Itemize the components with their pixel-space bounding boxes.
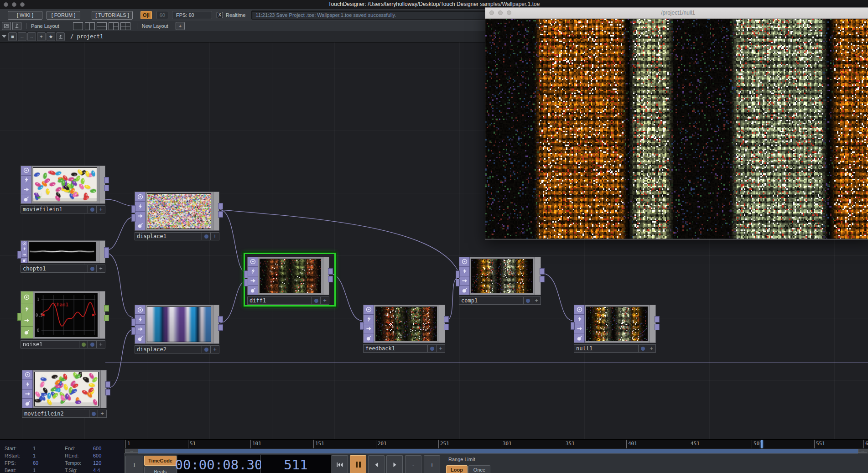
beat-value[interactable]: 1 — [33, 467, 65, 473]
node-name-label[interactable]: displace1+ — [135, 232, 219, 240]
node-display-dot[interactable] — [638, 345, 647, 352]
output-connector-1[interactable] — [540, 268, 545, 275]
forum-button[interactable]: [ FORUM ] — [47, 11, 80, 20]
stop-button[interactable]: ■ — [8, 32, 17, 41]
viewer-titlebar[interactable]: /project1/null1 — [485, 8, 868, 19]
output-connector-2[interactable] — [104, 185, 109, 191]
output-connector-2[interactable] — [444, 324, 449, 330]
lock-flag-icon[interactable] — [364, 333, 374, 343]
node-body[interactable] — [22, 370, 107, 408]
output-connector-2[interactable] — [655, 324, 660, 330]
node-name-label[interactable]: diff1+ — [247, 296, 329, 305]
lock-flag-icon[interactable] — [21, 327, 33, 338]
bypass-flag-icon[interactable] — [21, 185, 31, 195]
lock-flag-icon[interactable] — [21, 194, 31, 203]
lock-flag-icon[interactable] — [459, 286, 469, 295]
viewer-flag-icon[interactable] — [22, 370, 32, 380]
output-connector-1[interactable] — [218, 203, 223, 209]
output-connector-1[interactable] — [328, 268, 333, 275]
node-body[interactable] — [21, 166, 105, 204]
cook-flag-icon[interactable] — [21, 303, 33, 315]
timeline-ruler[interactable]: 15110115120125130135140145150155160 — [124, 440, 868, 449]
wire[interactable] — [220, 210, 246, 273]
wire[interactable] — [105, 217, 133, 250]
node-expand-button[interactable]: + — [436, 345, 445, 352]
output-connector-2[interactable] — [218, 324, 223, 331]
pause-button[interactable] — [350, 455, 366, 473]
new-layout-add-button[interactable]: + — [176, 22, 185, 30]
node-moviefilein2[interactable]: moviefilein2+ — [22, 370, 107, 417]
node-body[interactable] — [21, 291, 105, 339]
viewer-flag-icon[interactable] — [135, 192, 145, 202]
viewer-window[interactable]: /project1/null1 — [485, 7, 868, 239]
rend-value[interactable]: 600 — [93, 452, 124, 459]
timeline-range-bar[interactable] — [138, 449, 858, 453]
decrement-frame-button[interactable]: - — [405, 455, 421, 473]
pane-layout-preset-1[interactable] — [73, 22, 83, 30]
loop-button[interactable]: Loop — [446, 465, 468, 473]
input-connector-2[interactable] — [131, 327, 135, 335]
input-connector-2[interactable] — [456, 279, 460, 286]
output-connector-1[interactable] — [655, 316, 660, 322]
node-comp1[interactable]: comp1+ — [459, 257, 541, 304]
input-connector-1[interactable] — [571, 322, 575, 330]
node-name-label[interactable]: moviefilein1+ — [21, 205, 105, 213]
realtime-checkbox[interactable]: X — [217, 12, 223, 18]
input-connector-1[interactable] — [360, 322, 364, 330]
output-connector-1[interactable] — [104, 305, 109, 312]
node-expand-button[interactable]: + — [96, 265, 105, 272]
input-connector-2[interactable] — [131, 214, 135, 222]
fps-field[interactable]: FPS: 60 — [172, 11, 212, 19]
wire[interactable] — [105, 199, 133, 206]
bypass-flag-icon[interactable] — [135, 212, 145, 221]
input-connector-1[interactable] — [131, 318, 135, 326]
add-pane-button[interactable]: + — [37, 32, 46, 41]
node-moviefilein1[interactable]: moviefilein1+ — [21, 166, 105, 213]
jump-to-parent-button[interactable] — [56, 32, 65, 41]
output-connector-1[interactable] — [218, 316, 223, 322]
node-noise1[interactable]: noise1+ — [21, 291, 105, 348]
node-expand-button[interactable]: + — [647, 345, 655, 352]
node-expand-button[interactable]: + — [210, 346, 219, 353]
node-displace1[interactable]: displace1+ — [135, 192, 219, 239]
tempo-value[interactable]: 120 — [93, 460, 124, 467]
wire[interactable] — [105, 252, 133, 317]
lock-flag-icon[interactable] — [135, 221, 145, 230]
back-button[interactable]: ← — [18, 32, 26, 41]
fps-value[interactable]: 60 — [33, 460, 65, 467]
chop-export-dot[interactable] — [79, 341, 88, 348]
wiki-button[interactable]: [ WIKI ] — [8, 11, 42, 20]
bypass-flag-icon[interactable] — [21, 315, 33, 327]
lock-flag-icon[interactable] — [22, 399, 32, 408]
bypass-flag-icon[interactable] — [135, 325, 145, 334]
forward-button[interactable]: → — [27, 32, 36, 41]
bypass-flag-icon[interactable] — [22, 390, 32, 399]
tutorials-button[interactable]: [ TUTORIALS ] — [92, 11, 133, 20]
breadcrumb[interactable]: / project1 — [70, 33, 103, 40]
node-body[interactable] — [135, 305, 219, 344]
node-diff1[interactable]: diff1+ — [247, 257, 329, 304]
pane-maximize-button[interactable] — [2, 22, 11, 30]
node-expand-button[interactable]: + — [320, 297, 329, 304]
node-display-dot[interactable] — [89, 410, 98, 417]
output-connector-2[interactable] — [218, 211, 223, 218]
increment-frame-button[interactable]: + — [424, 455, 440, 473]
node-display-dot[interactable] — [202, 233, 210, 240]
node-name-label[interactable]: displace2+ — [135, 345, 219, 353]
cook-flag-icon[interactable] — [21, 176, 31, 185]
playhead[interactable] — [761, 440, 763, 448]
node-name-label[interactable]: moviefilein2+ — [22, 410, 107, 418]
node-body[interactable] — [459, 257, 541, 295]
pane-layout-preset-5[interactable] — [120, 22, 130, 30]
cook-flag-icon[interactable] — [248, 267, 258, 276]
timecode-mode-button[interactable]: TimeCode — [144, 456, 177, 466]
oi-perform-toggle[interactable]: O|I — [140, 11, 152, 19]
node-displace2[interactable]: displace2+ — [135, 305, 219, 353]
node-expand-button[interactable]: + — [96, 206, 105, 213]
node-display-dot[interactable] — [427, 345, 436, 352]
pane-layout-preset-2[interactable] — [85, 22, 95, 30]
node-body[interactable] — [247, 257, 329, 295]
node-display-dot[interactable] — [88, 206, 96, 213]
node-display-dot[interactable] — [202, 346, 210, 353]
beats-mode-button[interactable]: Beats — [144, 467, 177, 473]
